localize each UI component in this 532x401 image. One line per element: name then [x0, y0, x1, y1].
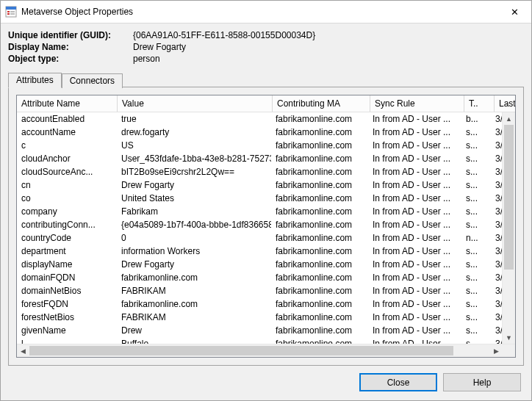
cell-contributing-ma: fabrikamonline.com: [271, 259, 368, 270]
table-row[interactable]: givenNameDrewfabrikamonline.comIn from A…: [17, 324, 502, 337]
table-row[interactable]: coUnited Statesfabrikamonline.comIn from…: [17, 192, 502, 205]
cell-type: s...: [461, 179, 491, 191]
tabs: Attributes Connectors: [1, 68, 531, 87]
listview-body[interactable]: accountEnabledtruefabrikamonline.comIn f…: [17, 112, 502, 344]
attributes-listview[interactable]: Attribute Name Value Contributing MA Syn…: [16, 95, 516, 358]
cell-last-modified: 3/2/2017 6:08:02 AM: [491, 338, 502, 344]
cell-attribute-name: company: [17, 206, 117, 217]
cell-last-modified: 3/2/2017 6:08:02 AM: [491, 113, 502, 125]
cell-contributing-ma: fabrikamonline.com: [271, 298, 368, 310]
cell-sync-rule: In from AD - User ...: [368, 298, 461, 310]
cell-value: FABRIKAM: [117, 311, 271, 323]
col-value[interactable]: Value: [118, 95, 273, 112]
cell-sync-rule: In from AD - User ...: [368, 232, 461, 244]
table-row[interactable]: cUSfabrikamonline.comIn from AD - User .…: [17, 139, 502, 152]
table-row[interactable]: companyFabrikamfabrikamonline.comIn from…: [17, 205, 502, 218]
scroll-left-icon[interactable]: ◀: [17, 344, 29, 357]
cell-contributing-ma: fabrikamonline.com: [271, 113, 368, 125]
table-row[interactable]: accountEnabledtruefabrikamonline.comIn f…: [17, 112, 502, 126]
table-row[interactable]: displayNameDrew Fogartyfabrikamonline.co…: [17, 258, 502, 271]
cell-contributing-ma: fabrikamonline.com: [271, 153, 368, 165]
col-last-modified[interactable]: Last Modified: [495, 95, 515, 112]
cell-last-modified: 3/2/2017 6:08:02 AM: [491, 272, 502, 283]
cell-attribute-name: displayName: [17, 259, 117, 270]
cell-type: n...: [461, 232, 491, 244]
cell-value: bIT2Bo9seEi9crshr2L2Qw==: [117, 166, 271, 178]
vscroll-thumb[interactable]: [504, 125, 514, 270]
cell-contributing-ma: fabrikamonline.com: [271, 126, 368, 138]
cell-attribute-name: accountEnabled: [17, 113, 117, 125]
table-row[interactable]: contributingConn...{e04a5089-1b7f-400a-b…: [17, 218, 502, 231]
cell-sync-rule: In from AD - User ...: [368, 166, 461, 178]
cell-value: information Workers: [117, 245, 271, 257]
object-header: Unique identifier (GUID): {06AA91A0-51FF…: [1, 24, 531, 68]
table-row[interactable]: accountNamedrew.fogartyfabrikamonline.co…: [17, 126, 502, 139]
svg-rect-4: [10, 11, 15, 12]
cell-contributing-ma: fabrikamonline.com: [271, 272, 368, 283]
horizontal-scrollbar[interactable]: ◀ ▶: [17, 344, 515, 357]
cell-sync-rule: In from AD - User ...: [368, 285, 461, 297]
close-window-button[interactable]: ✕: [497, 1, 531, 23]
close-button[interactable]: Close: [359, 373, 437, 391]
scroll-up-icon[interactable]: ▲: [503, 112, 515, 125]
cell-value: User_453fdafe-1bba-43e8-b281-75273...: [117, 153, 271, 165]
hscroll-track[interactable]: [29, 344, 490, 357]
cell-last-modified: 3/2/2017 6:08:02 AM: [491, 126, 502, 138]
cell-value: fabrikamonline.com: [117, 298, 271, 310]
cell-sync-rule: In from AD - User ...: [368, 272, 461, 283]
table-row[interactable]: cloudSourceAnc...bIT2Bo9seEi9crshr2L2Qw=…: [17, 165, 502, 178]
hscroll-thumb[interactable]: [29, 346, 453, 355]
cell-last-modified: 3/2/2017 6:08:02 AM: [491, 245, 502, 257]
cell-last-modified: 3/2/2017 6:18:22 AM: [491, 153, 502, 165]
cell-sync-rule: In from AD - User ...: [368, 126, 461, 138]
table-row[interactable]: lBuffalofabrikamonline.comIn from AD - U…: [17, 337, 502, 344]
table-row[interactable]: forestNetBiosFABRIKAMfabrikamonline.comI…: [17, 311, 502, 324]
cell-attribute-name: co: [17, 192, 117, 204]
cell-sync-rule: In from AD - User ...: [368, 259, 461, 270]
vertical-scrollbar[interactable]: ▲ ▼: [502, 112, 515, 344]
table-row[interactable]: domainFQDNfabrikamonline.comfabrikamonli…: [17, 271, 502, 284]
table-row[interactable]: cloudAnchorUser_453fdafe-1bba-43e8-b281-…: [17, 152, 502, 165]
window-title: Metaverse Object Properties: [21, 7, 497, 17]
cell-type: s...: [461, 259, 491, 270]
cell-type: s...: [461, 311, 491, 323]
cell-type: s...: [461, 192, 491, 204]
cell-value: 0: [117, 232, 271, 244]
col-type[interactable]: T..: [464, 95, 495, 112]
cell-value: Drew Fogarty: [117, 259, 271, 270]
cell-attribute-name: countryCode: [17, 232, 117, 244]
cell-last-modified: 3/2/2017 6:08:02 AM: [491, 298, 502, 310]
col-sync-rule[interactable]: Sync Rule: [370, 95, 464, 112]
tab-connectors[interactable]: Connectors: [62, 73, 123, 88]
vscroll-track[interactable]: [503, 125, 515, 331]
cell-last-modified: 3/2/2017 6:08:02 AM: [491, 311, 502, 323]
table-row[interactable]: countryCode0fabrikamonline.comIn from AD…: [17, 231, 502, 245]
metaverse-properties-window: Metaverse Object Properties ✕ Unique ide…: [0, 0, 532, 401]
cell-contributing-ma: fabrikamonline.com: [271, 179, 368, 191]
tab-attributes[interactable]: Attributes: [8, 73, 62, 88]
col-contributing-ma[interactable]: Contributing MA: [273, 95, 370, 112]
scroll-down-icon[interactable]: ▼: [503, 331, 515, 344]
cell-value: Drew: [117, 325, 271, 336]
table-row[interactable]: domainNetBiosFABRIKAMfabrikamonline.comI…: [17, 284, 502, 297]
table-row[interactable]: cnDrew Fogartyfabrikamonline.comIn from …: [17, 178, 502, 192]
close-icon: ✕: [511, 7, 519, 18]
cell-sync-rule: In from AD - User ...: [368, 153, 461, 165]
table-row[interactable]: departmentinformation Workersfabrikamonl…: [17, 245, 502, 258]
table-row[interactable]: forestFQDNfabrikamonline.comfabrikamonli…: [17, 297, 502, 311]
cell-attribute-name: cloudSourceAnc...: [17, 166, 117, 178]
scroll-right-icon[interactable]: ▶: [490, 344, 503, 357]
cell-contributing-ma: fabrikamonline.com: [271, 311, 368, 323]
cell-sync-rule: In from AD - User ...: [368, 311, 461, 323]
object-type-label: Object type:: [8, 53, 133, 65]
cell-last-modified: 3/2/2017 6:08:02 AM: [491, 206, 502, 217]
cell-sync-rule: In from AD - User ...: [368, 192, 461, 204]
cell-contributing-ma: fabrikamonline.com: [271, 166, 368, 178]
help-button[interactable]: Help: [443, 373, 521, 391]
cell-contributing-ma: fabrikamonline.com: [271, 206, 368, 217]
cell-contributing-ma: fabrikamonline.com: [271, 325, 368, 336]
cell-last-modified: 3/2/2017 6:18:22 AM: [491, 166, 502, 178]
cell-contributing-ma: fabrikamonline.com: [271, 232, 368, 244]
object-type-value: person: [133, 53, 524, 65]
col-attribute-name[interactable]: Attribute Name: [17, 95, 118, 112]
